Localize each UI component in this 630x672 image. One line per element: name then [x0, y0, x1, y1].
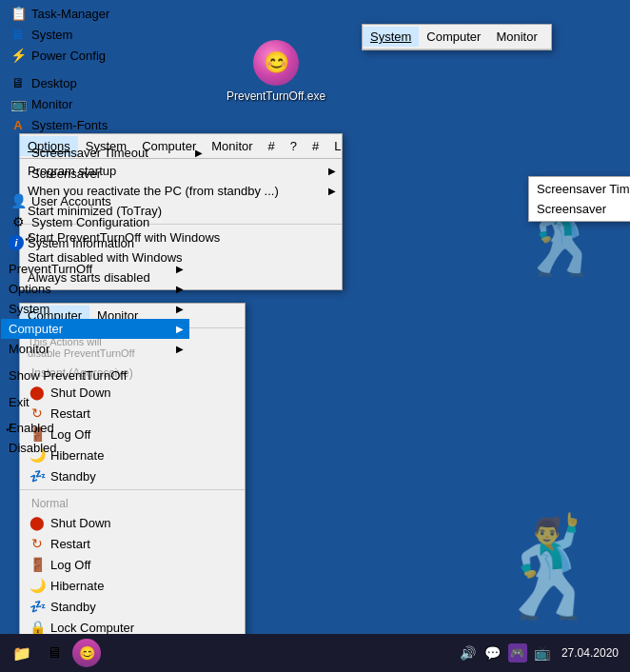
restart-norm-icon: ↻: [28, 536, 47, 551]
system-submenu: 📋 Task-Manager 🖥 System ⚡ Power Config 🖥…: [0, 0, 209, 256]
logoff-norm-icon: 🚪: [28, 557, 47, 572]
system-submenu-list: 📋 Task-Manager 🖥 System ⚡ Power Config 🖥…: [1, 1, 208, 255]
system-config-label: System Configuration: [31, 215, 149, 229]
system-fonts-item[interactable]: A System-Fonts: [1, 114, 208, 135]
ctx-system-item[interactable]: System ▶: [1, 299, 189, 319]
ctx-system-arrow: ▶: [176, 304, 184, 314]
l-tab[interactable]: L: [326, 136, 348, 156]
ctx-computer-arrow: ▶: [176, 324, 184, 334]
panel-sep: [20, 489, 245, 490]
system-menu-tab[interactable]: System: [363, 27, 419, 47]
taskbar-app-icon[interactable]: 😊: [72, 639, 101, 667]
hash-tab[interactable]: #: [261, 136, 283, 156]
task-manager-item[interactable]: 📋 Task-Manager: [1, 3, 208, 24]
ctx-computer-item[interactable]: Computer ▶: [1, 319, 189, 339]
screensaver-item[interactable]: Screensaver: [1, 163, 208, 184]
screensaver-label: Screensaver: [31, 167, 101, 181]
ctx-monitor-item[interactable]: Monitor ▶: [1, 339, 189, 359]
enabled-disabled-menu: ✓ Enabled Disabled: [0, 415, 152, 461]
desktop-label: Desktop: [31, 76, 77, 90]
screensaver-submenu-list: Screensaver Timeout Screensaver: [529, 177, 630, 221]
hibernate-norm-icon: 🌙: [28, 578, 47, 593]
screensaver-sub-item[interactable]: Screensaver: [529, 199, 630, 219]
program-startup-arrow: ▶: [328, 166, 336, 176]
taskbar-screen-icon[interactable]: 🖥: [40, 639, 69, 667]
hash2-tab[interactable]: #: [305, 136, 326, 156]
ctx-preventturnoff-item[interactable]: PreventTurnOff ▶: [1, 259, 189, 279]
standby-norm-icon: 💤: [28, 599, 47, 614]
system-icon: 🖥: [9, 27, 28, 42]
system-menu-top: System Computer Monitor: [362, 24, 552, 50]
screensaver-timeout-sub-item[interactable]: Screensaver Timeout: [529, 179, 630, 199]
ctx-system-label: System: [9, 302, 49, 316]
shutdown-norm-label: Shut Down: [50, 516, 111, 530]
system-item[interactable]: 🖥 System: [1, 24, 208, 45]
ctx-monitor-arrow: ▶: [176, 344, 184, 354]
hibernate-norm-label: Hibernate: [50, 579, 104, 593]
enabled-label: Enabled: [9, 421, 54, 435]
monitor-icon: 📺: [9, 96, 28, 111]
ctx-preventturnoff-label: PreventTurnOff: [9, 262, 92, 276]
question-tab[interactable]: ?: [283, 136, 305, 156]
app-icon[interactable]: 😊 PreventTurnOff.exe: [226, 40, 325, 103]
monitor-tab[interactable]: Monitor: [204, 136, 260, 156]
ctx-options-item[interactable]: Options ▶: [1, 279, 189, 299]
restart-norm-item[interactable]: ↻ Restart: [20, 533, 245, 554]
app-icon-image: 😊: [253, 40, 299, 86]
normal-header: Normal: [20, 493, 245, 512]
monitor-menu-tab[interactable]: Monitor: [488, 27, 544, 47]
disabled-label: Disabled: [9, 441, 57, 455]
disabled-item[interactable]: Disabled: [1, 438, 172, 458]
taskbar-date: 27.04.2020: [558, 646, 622, 660]
standby-norm-item[interactable]: 💤 Standby: [20, 596, 245, 617]
system-fonts-icon: A: [9, 117, 28, 132]
power-config-item[interactable]: ⚡ Power Config: [1, 45, 208, 66]
enabled-item[interactable]: ✓ Enabled: [1, 418, 172, 438]
standby-agg-item[interactable]: 💤 Standby: [20, 465, 245, 486]
desktop-item[interactable]: 🖥 Desktop: [1, 72, 208, 93]
screensaver-timeout-sub-label: Screensaver Timeout: [537, 182, 630, 196]
tray-icon-2[interactable]: 💬: [483, 643, 502, 662]
system-info-icon: i: [9, 235, 24, 250]
ctx-show-label: Show PreventTurnOff: [9, 368, 127, 383]
taskbar-tray: 🔊 💬 🎮 📺 27.04.2020: [459, 643, 622, 662]
monitor-item[interactable]: 📺 Monitor: [1, 93, 208, 114]
ctx-computer-label: Computer: [9, 322, 63, 336]
user-accounts-icon: 👤: [9, 193, 28, 208]
computer-menu-tab[interactable]: Computer: [419, 27, 488, 47]
taskbar-folder-icon[interactable]: 📁: [8, 639, 36, 667]
app-icon-label: PreventTurnOff.exe: [226, 89, 325, 103]
ctx-exit-label: Exit: [9, 395, 30, 409]
tray-icon-1[interactable]: 🔊: [459, 643, 478, 662]
user-accounts-label: User Accounts: [31, 194, 111, 208]
shutdown-norm-icon: ⬤: [28, 515, 47, 530]
system-config-item[interactable]: ⚙ System Configuration: [1, 211, 208, 232]
system-fonts-label: System-Fonts: [31, 118, 108, 132]
system-label: System: [31, 28, 72, 42]
ctx-exit-item[interactable]: Exit: [1, 392, 189, 412]
ctx-options-arrow: ▶: [176, 284, 184, 294]
deco-figure-bottom: 🕺: [492, 512, 611, 624]
screensaver-sub-label: Screensaver: [537, 202, 606, 216]
ctx-monitor-label: Monitor: [9, 342, 49, 356]
system-info-item[interactable]: i System Information: [1, 232, 208, 253]
screensaver-icon: [9, 166, 28, 181]
screensaver-timeout-item[interactable]: Screensaver Timeout ▶: [1, 142, 208, 163]
standby-agg-label: Standby: [50, 469, 96, 484]
enabled-check: ✓: [5, 422, 14, 435]
desktop-icon: 🖥: [9, 75, 28, 90]
hibernate-norm-item[interactable]: 🌙 Hibernate: [20, 575, 245, 596]
restart-norm-label: Restart: [50, 537, 90, 551]
tray-icon-3[interactable]: 🎮: [508, 643, 527, 662]
ctx-show-item[interactable]: Show PreventTurnOff: [1, 366, 189, 385]
user-accounts-item[interactable]: 👤 User Accounts: [1, 190, 208, 211]
tray-icon-4[interactable]: 📺: [533, 643, 552, 662]
system-menu-bar: System Computer Monitor: [363, 25, 551, 49]
taskbar: 📁 🖥 😊 🔊 💬 🎮 📺 27.04.2020: [0, 634, 630, 672]
screensaver-timeout-icon: [9, 145, 28, 160]
monitor-label: Monitor: [31, 97, 72, 111]
shutdown-norm-item[interactable]: ⬤ Shut Down: [20, 512, 245, 533]
enabled-disabled-list: ✓ Enabled Disabled: [1, 416, 172, 460]
logoff-norm-item[interactable]: 🚪 Log Off: [20, 554, 245, 575]
task-manager-label: Task-Manager: [31, 7, 109, 21]
